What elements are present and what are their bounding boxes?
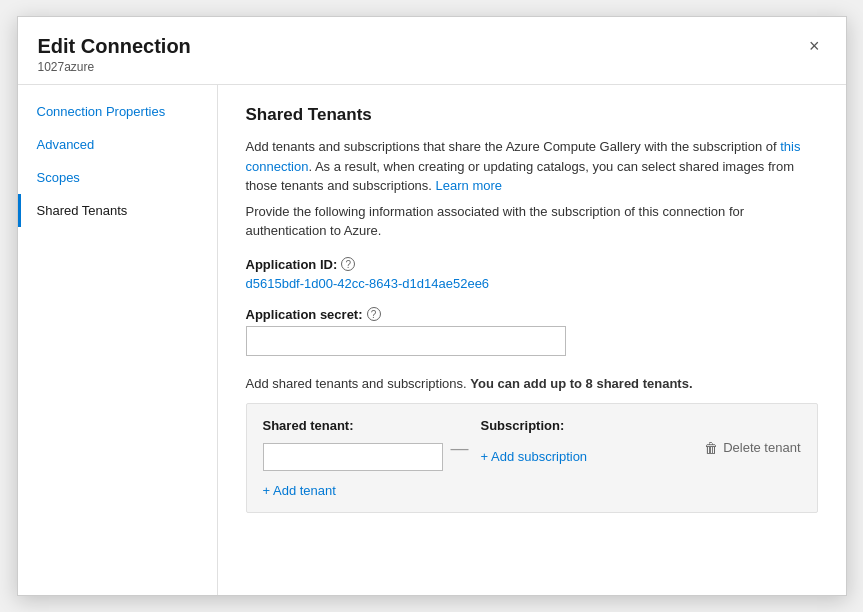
sidebar-item-connection-properties[interactable]: Connection Properties xyxy=(18,95,217,128)
description-paragraph-1: Add tenants and subscriptions that share… xyxy=(246,137,818,196)
tenant-box: Shared tenant: + Add tenant — Subscripti… xyxy=(246,403,818,513)
app-secret-label: Application secret: ? xyxy=(246,307,818,322)
app-id-help-icon[interactable]: ? xyxy=(341,257,355,271)
app-id-value: d5615bdf-1d00-42cc-8643-d1d14ae52ee6 xyxy=(246,276,818,291)
close-button[interactable]: × xyxy=(803,35,826,57)
tenant-label: Shared tenant: xyxy=(263,418,443,433)
header-text: Edit Connection 1027azure xyxy=(38,35,191,74)
desc-text-2: . As a result, when creating or updating… xyxy=(246,159,795,194)
description-paragraph-2: Provide the following information associ… xyxy=(246,202,818,241)
shared-tenant-input[interactable] xyxy=(263,443,443,471)
modal-body: Connection Properties Advanced Scopes Sh… xyxy=(18,85,846,595)
tenant-connector: — xyxy=(451,418,469,459)
sidebar: Connection Properties Advanced Scopes Sh… xyxy=(18,85,218,595)
delete-tenant-button[interactable]: 🗑 Delete tenant xyxy=(704,418,800,456)
modal-title: Edit Connection xyxy=(38,35,191,58)
modal-header: Edit Connection 1027azure × xyxy=(18,17,846,85)
tenant-row: Shared tenant: + Add tenant — Subscripti… xyxy=(263,418,801,498)
add-tenant-button[interactable]: + Add tenant xyxy=(263,483,443,498)
modal-subtitle: 1027azure xyxy=(38,60,191,74)
content-title: Shared Tenants xyxy=(246,105,818,125)
main-content: Shared Tenants Add tenants and subscript… xyxy=(218,85,846,595)
sidebar-item-shared-tenants[interactable]: Shared Tenants xyxy=(18,194,217,227)
app-secret-help-icon[interactable]: ? xyxy=(367,307,381,321)
application-id-group: Application ID: ? d5615bdf-1d00-42cc-864… xyxy=(246,257,818,291)
shared-tenant-col: Shared tenant: + Add tenant xyxy=(263,418,443,498)
learn-more-link[interactable]: Learn more xyxy=(436,178,502,193)
trash-icon: 🗑 xyxy=(704,440,718,456)
desc-text-1: Add tenants and subscriptions that share… xyxy=(246,139,781,154)
app-id-label: Application ID: ? xyxy=(246,257,818,272)
shared-section-info: Add shared tenants and subscriptions. Yo… xyxy=(246,376,818,391)
subscription-col: Subscription: + Add subscription xyxy=(481,418,588,464)
application-secret-group: Application secret: ? xyxy=(246,307,818,356)
subscription-label: Subscription: xyxy=(481,418,588,433)
sidebar-item-scopes[interactable]: Scopes xyxy=(18,161,217,194)
app-secret-input[interactable] xyxy=(246,326,566,356)
sidebar-item-advanced[interactable]: Advanced xyxy=(18,128,217,161)
edit-connection-modal: Edit Connection 1027azure × Connection P… xyxy=(17,16,847,596)
add-subscription-button[interactable]: + Add subscription xyxy=(481,449,588,464)
